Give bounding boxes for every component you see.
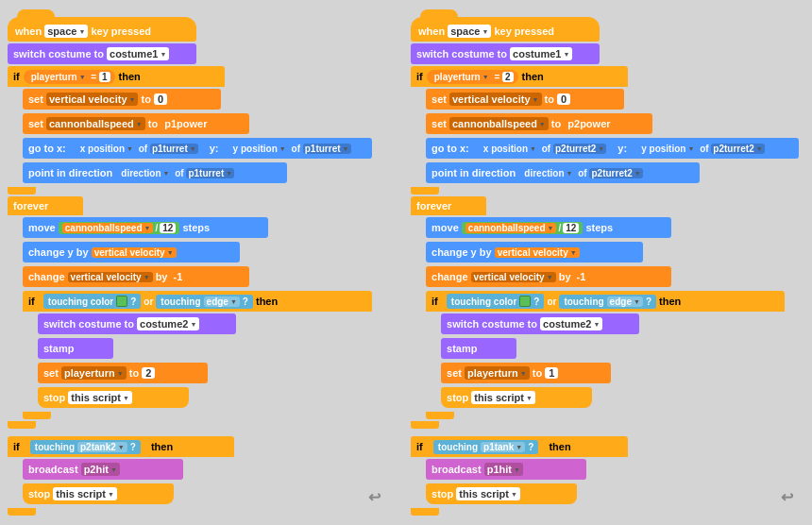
p1turret-dir-dropdown[interactable]: p1turret [186,168,234,178]
cannonball-var-1[interactable]: cannonballspeed [46,117,145,130]
vertical-vel-y-2[interactable]: vertical velocity [495,247,580,258]
set-cannonball-2[interactable]: set cannonballspeed to p2power [426,113,652,134]
if-p1tank-header[interactable]: if touching p1tank ? then [411,436,628,457]
y-pos-of-2: y position of p2turret2 [635,142,767,156]
forever-label-1[interactable]: forever [8,196,83,215]
playerturn-val-1[interactable]: 1 [99,72,110,82]
stop-script-2a[interactable]: stop this script [441,387,592,408]
p2turret-dropdown-2[interactable]: p2turret2 [711,144,764,154]
edge-dropdown-1[interactable]: edge [204,296,240,307]
if-block-2: if playerturn = 2 then set vertical velo… [411,66,804,195]
switch-costume-block-1[interactable]: switch costume to costume1 [8,43,196,64]
costume2-dropdown-1[interactable]: costume2 [137,317,199,330]
div-12-2: 12 [563,223,579,233]
p2power-val: p2power [564,117,614,130]
vertical-vel-y-1[interactable]: vertical velocity [92,247,177,258]
set-cannonball-1[interactable]: set cannonballspeed to p1power [23,113,249,134]
p1tank-dropdown[interactable]: p1tank [481,442,525,452]
direction-of-1: direction of p1turret [115,166,237,180]
stop-dropdown-2b[interactable]: this script [456,487,520,500]
playerturn-set-var-1[interactable]: playerturn [61,366,127,380]
if-touch-header-1[interactable]: if touching color ? or touching edge ? t… [23,291,372,312]
costume2-dropdown-2[interactable]: costume2 [540,317,602,330]
if-header-2[interactable]: if playerturn = 2 then [411,66,628,87]
point-dir-2[interactable]: point in direction direction of p2turret… [426,162,700,183]
cannonball-speed-op[interactable]: cannonballspeed [62,223,154,233]
condition-playerturn-2: playerturn = 2 [427,70,518,84]
vertical-vel-var-1[interactable]: vertical velocity [46,93,139,106]
cannonball-speed-op-2[interactable]: cannonballspeed [465,223,557,233]
p2tank-dropdown[interactable]: p2tank2 [77,442,127,452]
vel-val-1: 0 [154,93,167,105]
point-dir-1[interactable]: point in direction direction of p1turret [23,162,287,183]
switch-costume-2b[interactable]: switch costume to costume2 [441,313,639,334]
change-vel-1[interactable]: change vertical velocity by -1 [23,266,249,287]
stamp-block-1[interactable]: stamp [38,338,113,359]
broadcast-p1hit[interactable]: broadcast p1hit [426,459,586,480]
p1turret-dropdown-2[interactable]: p1turret [303,144,351,154]
y-pos-dropdown-2[interactable]: y position [638,143,697,155]
change-vel-2[interactable]: change vertical velocity by -1 [426,266,671,287]
change-y-1[interactable]: change y by vertical velocity [23,242,240,262]
cannonball-var-2[interactable]: cannonballspeed [449,117,549,130]
forever-label-2[interactable]: forever [411,196,486,215]
key-dropdown-1[interactable]: space [44,25,88,38]
x-pos-dropdown-1[interactable]: x position [77,143,136,155]
y-pos-dropdown-1[interactable]: y position [230,143,289,155]
touching-edge-1: touching edge ? [156,295,253,309]
playerturn-set-var-2[interactable]: playerturn [465,366,530,380]
if-touch-header-2[interactable]: if touching color ? or touching edge ? t… [426,291,785,312]
direction-dropdown-1[interactable]: direction [118,167,172,179]
scratch-canvas: when space key pressed switch costume to… [0,0,812,525]
stamp-block-2[interactable]: stamp [441,338,516,359]
if-p1tank-body: broadcast p1hit stop this script [426,457,804,508]
if-header-1[interactable]: if playerturn = 1 then [8,66,225,87]
set-vertical-vel-1[interactable]: set vertical velocity to 0 [23,89,221,110]
set-playerturn-2[interactable]: set playerturn to 1 [441,363,611,383]
change-vel-var-2[interactable]: vertical velocity [471,272,556,282]
goto-block-1[interactable]: go to x: x position of p1turret y: y pos… [23,138,372,159]
edge-dropdown-2[interactable]: edge [607,296,643,307]
broadcast-p2hit[interactable]: broadcast p2hit [23,459,183,480]
stop-dropdown-1b[interactable]: this script [53,487,117,500]
script-column-1: when space key pressed switch costume to… [8,8,392,517]
costume-dropdown-1[interactable]: costume1 [107,47,169,60]
change-vel-var-1[interactable]: vertical velocity [68,272,153,282]
set-vertical-vel-2[interactable]: set vertical velocity to 0 [426,89,624,110]
stop-script-1b[interactable]: stop this script [23,483,174,504]
stop-dropdown-1a[interactable]: this script [68,391,132,404]
change-y-2[interactable]: change y by vertical velocity [426,242,643,262]
goto-block-2[interactable]: go to x: x position of p2turret2 y: y po… [426,138,799,159]
switch-costume-block-2[interactable]: switch costume to costume1 [411,43,600,64]
hat-block-1[interactable]: when space key pressed [8,17,196,42]
playerturn-var-2[interactable]: playerturn [431,71,492,83]
p1hit-dropdown[interactable]: p1hit [484,463,523,476]
direction-dropdown-2[interactable]: direction [521,167,575,179]
switch-costume-2a[interactable]: switch costume to costume2 [38,313,236,334]
switch-costume-label-2: switch costume to [416,48,507,59]
if-label-1: if [13,71,20,82]
costume-dropdown-2[interactable]: costume1 [510,47,572,60]
p2turret-dropdown-1[interactable]: p2turret2 [553,144,606,154]
p1turret-dropdown-1[interactable]: p1turret [150,144,198,154]
if-p2tank-header[interactable]: if touching p2tank2 ? then [8,436,234,457]
if-p2tank-block: if touching p2tank2 ? then broadcast p2h… [8,436,392,516]
move-block-1[interactable]: move cannonballspeed / 12 steps [23,217,268,238]
set-playerturn-1[interactable]: set playerturn to 2 [38,363,208,383]
vertical-vel-var-2[interactable]: vertical velocity [449,93,542,106]
move-block-2[interactable]: move cannonballspeed / 12 steps [426,217,671,238]
hat-block-2[interactable]: when space key pressed [411,17,600,42]
stop-script-2b[interactable]: stop this script [426,483,577,504]
stop-dropdown-2a[interactable]: this script [471,391,535,404]
stop-script-1a[interactable]: stop this script [38,387,189,408]
p2hit-dropdown[interactable]: p2hit [81,463,120,476]
playerturn-var-1[interactable]: playerturn [28,71,89,83]
key-dropdown-2[interactable]: space [448,25,491,38]
playerturn-val-2[interactable]: 2 [502,72,514,82]
p2turret-dir-dropdown[interactable]: p2turret2 [589,168,642,178]
touching-color-1: touching color ? [43,294,142,309]
p1power-val: p1power [161,117,211,130]
x-pos-dropdown-2[interactable]: x position [481,143,539,155]
when-label-2: when [418,25,445,37]
if-p2tank-footer [8,508,36,516]
